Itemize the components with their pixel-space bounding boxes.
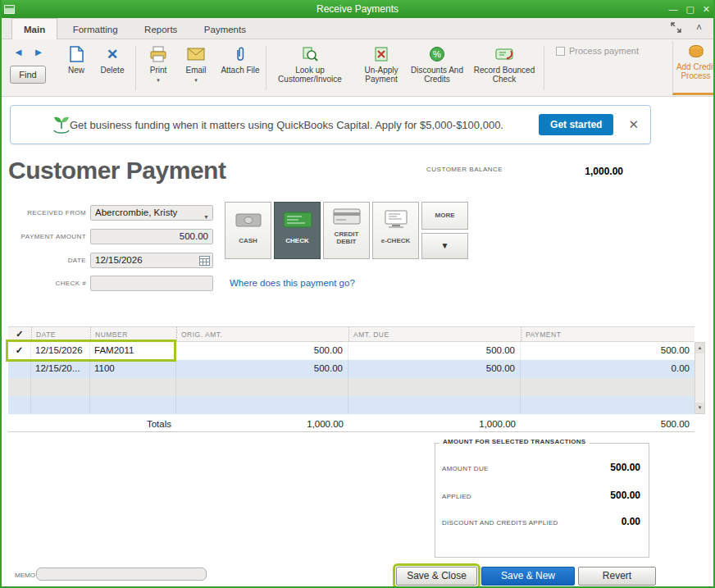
unapply-payment-button[interactable]: Un-Apply Payment — [356, 44, 407, 84]
process-payment-checkbox-group[interactable]: Process payment — [556, 46, 639, 56]
page-title: Customer Payment — [8, 157, 225, 185]
print-button[interactable]: Print ▾ — [139, 44, 177, 84]
totals-amt-due: 1,000.00 — [348, 416, 521, 431]
table-scrollbar[interactable]: ▲ ▼ — [695, 342, 705, 414]
row-checkmark[interactable] — [8, 360, 31, 378]
toolbar: ◄ ► Find New ✕ Delete Print ▾ Email — [2, 39, 713, 97]
memo-input[interactable] — [36, 567, 207, 581]
toolbar-separator — [135, 46, 136, 90]
cash-icon — [225, 203, 271, 237]
totals-orig-amt: 1,000.00 — [176, 416, 348, 431]
memo-label: MEMO — [15, 572, 35, 579]
toolbar-separator — [266, 46, 266, 90]
table-row-empty[interactable] — [8, 396, 695, 414]
payment-method-more[interactable]: MORE — [421, 202, 468, 230]
date-label: DATE — [2, 257, 86, 264]
applied-label: APPLIED — [442, 493, 471, 501]
quickbooks-capital-banner: Get business funding when it matters usi… — [10, 105, 651, 144]
check-icon — [275, 203, 320, 237]
totals-label: Totals — [90, 416, 176, 431]
payment-methods-expand-button[interactable]: ▼ — [421, 233, 468, 259]
find-button[interactable]: Find — [10, 66, 46, 84]
email-button[interactable]: Email ▾ — [177, 44, 215, 84]
title-bar: Receive Payments — ▢ ✕ — [0, 0, 715, 18]
chevron-down-icon: ▼ — [203, 210, 209, 224]
table-row-empty[interactable] — [8, 378, 695, 396]
email-dropdown-icon[interactable]: ▾ — [177, 75, 215, 84]
discount-credits-applied-label: DISCOUNT AND CREDITS APPLIED — [442, 519, 558, 527]
back-icon[interactable]: ◄ — [13, 46, 27, 58]
collapse-ribbon-icon[interactable]: ˄ — [696, 22, 702, 34]
svg-text:%: % — [433, 49, 441, 59]
date-field[interactable]: 12/15/2026 — [90, 253, 213, 268]
close-button[interactable]: ✕ — [703, 4, 710, 15]
table-row[interactable]: 12/15/20... 1100 500.00 500.00 0.00 — [8, 360, 695, 378]
tab-formatting[interactable]: Formatting — [61, 19, 130, 40]
credit-card-icon — [324, 203, 369, 230]
payment-method-credit-debit[interactable]: CREDIT DEBIT — [323, 202, 370, 259]
tab-payments[interactable]: Payments — [193, 19, 257, 40]
applied-value: 500.00 — [610, 490, 640, 501]
minimize-button[interactable]: — — [668, 4, 677, 14]
new-document-icon — [59, 44, 93, 64]
scroll-up-icon[interactable]: ▲ — [695, 343, 704, 353]
add-credit-process-button[interactable]: Add Credit Process — [672, 41, 715, 95]
receive-payments-window: Receive Payments — ▢ ✕ Main Formatting R… — [0, 0, 715, 588]
payment-method-cash[interactable]: CASH — [225, 202, 271, 259]
banner-text: Get business funding when it matters usi… — [70, 119, 539, 131]
echeck-icon — [373, 203, 418, 237]
new-button[interactable]: New — [59, 44, 93, 75]
received-from-dropdown[interactable]: Abercrombie, Kristy ▼ — [90, 205, 213, 221]
ribbon-tab-bar: Main Formatting Reports Payments ˄ — [2, 18, 713, 39]
discounts-credits-button[interactable]: % Discounts And Credits — [408, 44, 466, 84]
save-new-button[interactable]: Save & New — [481, 567, 575, 586]
paperclip-icon — [218, 44, 262, 64]
email-icon — [177, 44, 215, 64]
col-payment[interactable]: PAYMENT — [521, 327, 695, 341]
save-close-button[interactable]: Save & Close — [396, 567, 477, 586]
record-bounced-check-button[interactable]: Record Bounced Check — [469, 44, 540, 84]
sprout-icon — [50, 114, 73, 135]
totals-payment: 500.00 — [521, 416, 695, 431]
print-dropdown-icon[interactable]: ▾ — [139, 75, 177, 84]
bounced-check-icon — [469, 44, 540, 64]
tab-main[interactable]: Main — [11, 18, 57, 39]
discounts-credits-icon: % — [408, 44, 466, 64]
payment-amount-field[interactable]: 500.00 — [90, 229, 213, 244]
unapply-payment-icon — [356, 44, 407, 64]
toolbar-separator — [544, 46, 544, 90]
revert-button[interactable]: Revert — [578, 567, 656, 586]
payment-method-echeck[interactable]: e-CHECK — [372, 202, 419, 259]
window-title: Receive Payments — [0, 3, 715, 15]
received-from-label: RECEIVED FROM — [2, 209, 86, 217]
get-started-button[interactable]: Get started — [539, 114, 613, 135]
highlight-annotation-row — [6, 340, 176, 362]
attach-file-button[interactable]: Attach File — [218, 44, 262, 75]
col-orig-amt[interactable]: ORIG. AMT. — [176, 327, 348, 341]
discount-credits-applied-value: 0.00 — [622, 516, 640, 527]
calendar-icon[interactable] — [199, 256, 210, 266]
process-payment-checkbox[interactable] — [556, 47, 565, 56]
printer-icon — [139, 44, 177, 64]
col-amt-due[interactable]: AMT. DUE — [348, 327, 521, 341]
check-number-label: CHECK # — [2, 280, 86, 287]
payment-amount-label: PAYMENT AMOUNT — [2, 233, 86, 240]
credit-coins-icon — [673, 43, 715, 61]
tab-reports[interactable]: Reports — [133, 19, 189, 40]
banner-close-icon[interactable]: ✕ — [628, 117, 639, 132]
totals-row: Totals 1,000.00 1,000.00 500.00 — [8, 416, 695, 432]
scroll-down-icon[interactable]: ▼ — [695, 403, 704, 413]
chevron-down-icon: ▼ — [441, 241, 449, 250]
maximize-button[interactable]: ▢ — [685, 4, 694, 15]
where-payment-goes-link[interactable]: Where does this payment go? — [230, 278, 355, 288]
expand-ribbon-icon[interactable] — [671, 22, 681, 34]
check-number-field[interactable] — [90, 276, 213, 291]
forward-icon[interactable]: ► — [34, 46, 48, 58]
lookup-customer-invoice-button[interactable]: Look up Customer/Invoice — [272, 44, 348, 84]
magnifier-icon — [272, 44, 348, 64]
delete-x-icon: ✕ — [107, 50, 118, 59]
summary-title: AMOUNT FOR SELECTED TRANSACTIONS — [439, 438, 590, 445]
delete-button[interactable]: ✕ Delete — [93, 44, 131, 75]
amount-due-value: 500.00 — [610, 462, 640, 473]
payment-method-check[interactable]: CHECK — [274, 202, 321, 259]
